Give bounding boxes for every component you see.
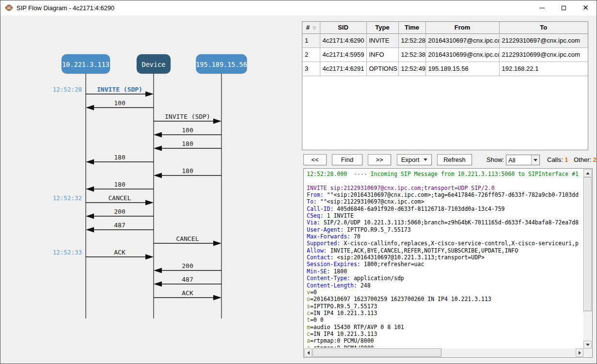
scroll-down-button[interactable]	[583, 341, 592, 348]
message-label: CANCEL	[109, 194, 131, 202]
maximize-button[interactable]	[553, 0, 575, 16]
message-label: 180	[182, 167, 193, 174]
column-header-to[interactable]: To	[499, 22, 588, 33]
table-cell: 12:52:38	[398, 47, 425, 62]
sip-message-line: Session-Expires: 1800;refresher=uac	[307, 261, 582, 268]
find-button[interactable]: Find	[332, 154, 362, 165]
show-filter-dropdown[interactable]: All	[506, 155, 540, 165]
call-list-panel: #▽SIDTypeTimeFromTo 14c2171:4:6290INVITE…	[302, 21, 588, 150]
table-cell: OPTIONS	[366, 62, 398, 76]
arrow-up-icon	[586, 172, 590, 174]
node-195.189.15.56: 195.189.15.56	[196, 54, 247, 74]
sip-message-panel[interactable]: 12:52:28.000 ---- Incoming SIP Message f…	[303, 168, 593, 358]
close-button[interactable]: ✕	[575, 0, 597, 16]
sip-message-line: a=rtpmap:8 PCMA/8000	[307, 345, 582, 348]
export-button-label: Export	[401, 156, 420, 163]
message-label: 180	[114, 154, 125, 161]
table-cell: 20164310699@cnx.ipc.com	[425, 47, 499, 62]
sip-message-line: From: ""<sip:20164310697@cnx.ipc.com>;ta…	[307, 191, 582, 198]
column-header-sid[interactable]: SID	[320, 22, 366, 33]
message-label: 100	[114, 99, 125, 107]
message-arrow[interactable]: 487	[86, 222, 154, 233]
sip-message-line: Max-Forwards: 70	[307, 233, 582, 240]
monkey-app-icon	[5, 4, 13, 12]
vertical-scroll-thumb[interactable]	[583, 177, 592, 311]
svg-text:195.189.15.56: 195.189.15.56	[196, 61, 247, 68]
message-label: 180	[114, 181, 125, 188]
message-arrow[interactable]: 180	[154, 167, 221, 178]
table-cell: INVITE	[366, 33, 398, 47]
flow-diagram[interactable]: 10.221.3.113Device195.189.15.56INVITE (S…	[0, 16, 302, 364]
message-arrow[interactable]: INVITE (SDP)	[154, 113, 221, 124]
minimize-button[interactable]	[531, 0, 553, 16]
message-arrow[interactable]: 100	[86, 99, 154, 111]
message-arrow[interactable]: 180	[86, 181, 154, 192]
sip-message-line: 12:52:28.000 ---- Incoming SIP Message f…	[307, 171, 582, 177]
message-label: 200	[182, 262, 193, 269]
window-title: SIP Flow Diagram - 4c2171:4:6290	[16, 4, 114, 12]
calls-count-value: 1	[565, 156, 568, 163]
scrollbar-corner	[583, 348, 592, 357]
table-row[interactable]: 14c2171:4:6290INVITE12:52:2820164310697@…	[302, 33, 588, 47]
other-count-label: Other:	[574, 156, 591, 163]
sip-message-line: CSeq: 1 INVITE	[307, 212, 582, 219]
message-arrow[interactable]: 487	[154, 276, 221, 287]
message-label: CANCEL	[176, 235, 199, 242]
sip-message-line: v=0	[307, 289, 582, 296]
node-10.221.3.113: 10.221.3.113	[62, 54, 110, 74]
close-icon: ✕	[582, 4, 589, 12]
sip-message-line: Min-SE: 1800	[307, 268, 582, 275]
column-header-time[interactable]: Time	[398, 22, 425, 33]
export-button[interactable]: Export	[397, 154, 432, 165]
svg-text:10.221.3.113: 10.221.3.113	[62, 61, 110, 68]
next-button[interactable]: >>	[368, 154, 391, 165]
sort-icon: ▽	[313, 26, 316, 31]
message-label: INVITE (SDP)	[97, 86, 142, 93]
table-cell: 2	[302, 47, 320, 62]
message-arrow[interactable]: CANCEL	[154, 235, 221, 246]
message-label: ACK	[114, 249, 126, 256]
sip-message-line: Via: SIP/2.0/UDP 10.221.3.113:5060;branc…	[307, 219, 582, 226]
column-header-from[interactable]: From	[425, 22, 499, 33]
dropdown-button[interactable]	[531, 155, 539, 165]
column-header-num[interactable]: #▽	[302, 22, 320, 33]
horizontal-scroll-thumb[interactable]	[313, 348, 441, 357]
title-bar: SIP Flow Diagram - 4c2171:4:6290 ✕	[0, 0, 597, 16]
message-arrow[interactable]: 200	[154, 262, 221, 273]
vertical-scrollbar[interactable]	[583, 169, 592, 348]
other-count-value: 2	[593, 156, 597, 163]
horizontal-scrollbar[interactable]	[304, 348, 583, 357]
sip-message-line: s=IPTTPO.R9.5_7.55173	[307, 303, 582, 310]
message-arrow[interactable]: 180	[86, 154, 154, 165]
message-arrow[interactable]: ACK12:52:33	[53, 249, 154, 260]
call-table-body: 14c2171:4:6290INVITE12:52:2820164310697@…	[302, 33, 588, 76]
scroll-right-button[interactable]	[576, 348, 583, 357]
toolbar: << Find >> Export Refresh Show: All Call…	[302, 153, 597, 167]
table-row[interactable]: 24c2171:4:5959INFO12:52:3820164310699@cn…	[302, 47, 588, 62]
message-arrow[interactable]: INVITE (SDP)12:52:28	[53, 86, 154, 97]
table-cell: 4c2171:4:5959	[320, 47, 366, 62]
message-arrow[interactable]: 100	[154, 127, 221, 138]
scroll-left-button[interactable]	[304, 348, 312, 357]
scroll-up-button[interactable]	[583, 169, 592, 177]
message-timestamp: 12:52:33	[53, 249, 82, 256]
sip-message-line: Content-Type: application/sdp	[307, 275, 582, 282]
table-cell: 21229310697@cnx.ipc.com	[499, 33, 588, 47]
message-arrow[interactable]: 180	[154, 140, 221, 151]
show-label: Show:	[487, 156, 504, 163]
table-row[interactable]: 34c2171:4:6291OPTIONS12:52:49195.189.15.…	[302, 62, 588, 76]
sip-message-line: o=20164310697 1623700259 1623700260 IN I…	[307, 296, 582, 302]
message-label: INVITE (SDP)	[165, 113, 210, 120]
refresh-button[interactable]: Refresh	[437, 154, 472, 165]
arrow-down-icon	[586, 344, 590, 346]
table-cell: 1	[302, 33, 320, 47]
sip-message-line: Call-ID: 405d6846-6a91f920-d633f-8112671…	[307, 206, 582, 212]
message-arrow[interactable]: 200	[86, 208, 154, 219]
message-arrow[interactable]: ACK	[154, 289, 221, 301]
message-arrow[interactable]: CANCEL12:52:32	[53, 194, 154, 206]
export-dropdown-icon	[424, 158, 427, 161]
column-header-type[interactable]: Type	[366, 22, 398, 33]
table-header-row: #▽SIDTypeTimeFromTo	[302, 22, 588, 33]
table-cell: 192.168.22.1	[499, 62, 588, 76]
prev-button[interactable]: <<	[303, 154, 327, 165]
